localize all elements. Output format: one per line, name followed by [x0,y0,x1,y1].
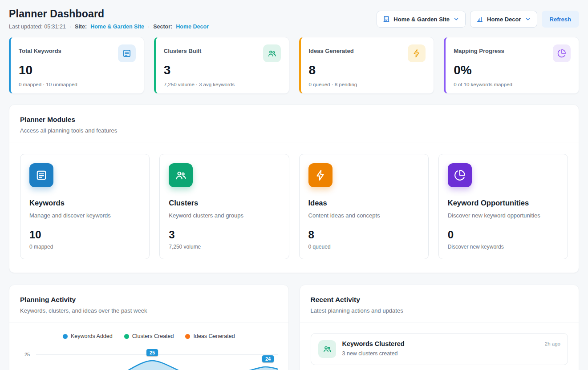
data-point-label: 25 [146,349,158,356]
modules-grid: Keywords Manage and discover keywords 10… [20,154,568,259]
separator-dot: · [148,24,150,30]
section-title: Planner Modules [20,116,568,124]
sector-link[interactable]: Home Decor [176,24,209,30]
activity-title: Keywords Clustered [342,340,539,347]
module-value: 10 [29,229,140,241]
stat-value: 10 [19,63,136,77]
module-detail: 0 mapped [29,244,140,250]
refresh-button[interactable]: Refresh [542,11,579,28]
stat-label: Clusters Built [164,44,202,54]
site-selector-label: Home & Garden Site [393,16,450,23]
chevron-down-icon [453,16,459,22]
activity-body: Keywords Clustered 3 new clusters create… [342,340,539,357]
section-subtitle: Latest planning actions and updates [311,307,568,314]
chevron-down-icon [525,16,531,22]
site-link[interactable]: Home & Garden Site [90,24,144,30]
users-icon [263,44,281,62]
stat-label: Mapping Progress [454,44,504,54]
bolt-icon [408,44,426,62]
module-card-keywords[interactable]: Keywords Manage and discover keywords 10… [20,154,150,259]
site-selector-dropdown[interactable]: Home & Garden Site [377,11,466,28]
module-description: Manage and discover keywords [29,212,140,219]
stat-card-mapping-progress: Mapping Progress 0% 0 of 10 keywords map… [444,37,579,94]
header-controls: Home & Garden Site Home Decor Refresh [377,8,579,28]
stat-card-ideas-generated: Ideas Generated 8 0 queued · 8 pending [299,37,434,94]
module-title: Ideas [308,199,419,207]
last-updated-text: Last updated: 05:31:21 [9,24,66,30]
legend-dot-icon [185,334,190,339]
module-description: Keyword clusters and groups [169,212,280,219]
recent-activity-card: Recent Activity Latest planning actions … [300,285,580,370]
legend-label: Ideas Generated [193,333,235,339]
legend-dot-icon [124,334,129,339]
module-value: 3 [169,229,280,241]
y-axis-tick: 25 [24,352,30,357]
stat-card-clusters-built: Clusters Built 3 7,250 volume · 3 avg ke… [154,37,289,94]
chart-legend: Keywords Added Clusters Created Ideas Ge… [20,333,278,339]
section-title: Planning Activity [20,296,278,304]
module-value: 8 [308,229,419,241]
sector-selector-dropdown[interactable]: Home Decor [470,11,537,28]
module-value: 0 [448,229,559,241]
separator-dot: · [69,24,71,30]
stat-label: Ideas Generated [309,44,354,54]
divider [9,322,288,322]
bolt-icon [308,163,333,187]
pie-chart-icon [553,44,571,62]
planner-modules-section: Planner Modules Access all planning tool… [9,105,579,273]
list-icon [118,44,136,62]
module-title: Keyword Opportunities [448,199,559,207]
stat-card-total-keywords: Total Keywords 10 0 mapped · 10 unmapped [9,37,144,94]
site-label: Site: [75,24,87,30]
legend-label: Clusters Created [132,333,174,339]
stat-detail: 0 queued · 8 pending [309,82,426,87]
legend-item-ideas-generated: Ideas Generated [185,333,235,339]
top-bar: Planner Dashboard Last updated: 05:31:21… [9,8,579,30]
list-icon [29,163,53,187]
section-subtitle: Keywords, clusters, and ideas over the p… [20,307,278,314]
building-icon [383,16,390,23]
bar-chart-icon [476,16,483,23]
stat-value: 3 [164,63,281,77]
activity-description: 3 new clusters created [342,350,539,357]
divider [300,322,579,322]
sector-selector-label: Home Decor [487,16,521,23]
divider [9,142,579,142]
module-detail: Discover new keywords [448,244,559,250]
stat-label: Total Keywords [19,44,61,54]
stat-value: 0% [454,63,571,77]
activity-timestamp: 2h ago [545,340,560,346]
module-card-keyword-opportunities[interactable]: Keyword Opportunities Discover new keywo… [438,154,568,259]
legend-label: Keywords Added [71,333,113,339]
module-title: Clusters [169,199,280,207]
module-detail: 7,250 volume [169,244,280,250]
module-description: Content ideas and concepts [308,212,419,219]
section-subtitle: Access all planning tools and features [20,127,568,134]
page-title: Planner Dashboard [9,8,209,20]
stat-value: 8 [309,63,426,77]
meta-line: Last updated: 05:31:21 · Site: Home & Ga… [9,24,209,30]
module-description: Discover new keyword opportunities [448,212,559,219]
stat-detail: 0 mapped · 10 unmapped [19,82,136,87]
activity-list-item: Keywords Clustered 3 new clusters create… [311,333,568,365]
module-card-clusters[interactable]: Clusters Keyword clusters and groups 3 7… [159,154,289,259]
header-left: Planner Dashboard Last updated: 05:31:21… [9,8,209,30]
planning-activity-card: Planning Activity Keywords, clusters, an… [9,285,289,370]
users-icon [318,340,336,358]
stat-detail: 0 of 10 keywords mapped [454,82,571,87]
pie-chart-icon [448,163,472,187]
sector-label: Sector: [153,24,172,30]
data-point-label: 24 [262,355,274,362]
legend-item-keywords-added: Keywords Added [63,333,113,339]
stat-detail: 7,250 volume · 3 avg keywords [164,82,281,87]
stats-row: Total Keywords 10 0 mapped · 10 unmapped… [9,37,579,94]
bottom-row: Planning Activity Keywords, clusters, an… [9,285,579,370]
module-title: Keywords [29,199,140,207]
planner-dashboard-page: Planner Dashboard Last updated: 05:31:21… [0,0,588,370]
users-icon [169,163,193,187]
legend-dot-icon [63,334,68,339]
line-chart: 25 25 24 [20,346,278,370]
legend-item-clusters-created: Clusters Created [124,333,174,339]
section-title: Recent Activity [311,296,568,304]
module-card-ideas[interactable]: Ideas Content ideas and concepts 8 0 que… [299,154,429,259]
